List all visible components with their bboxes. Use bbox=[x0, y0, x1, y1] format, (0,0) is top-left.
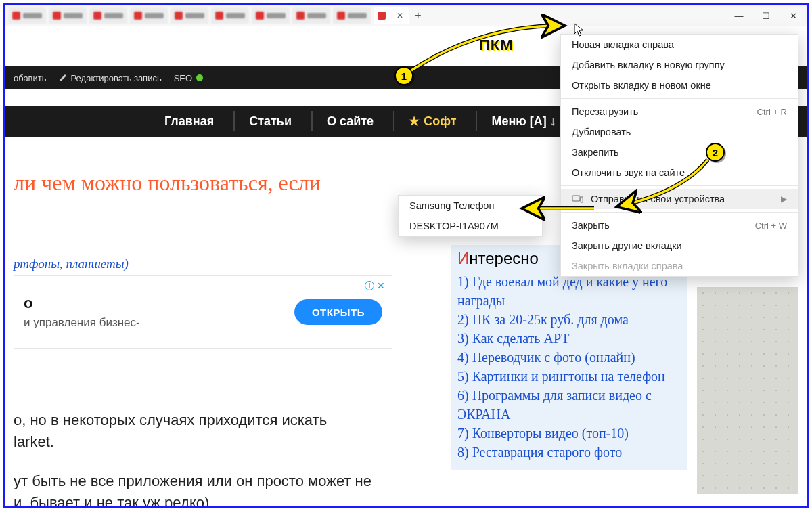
list-item[interactable]: 1) Где воевал мой дед и какие у него наг… bbox=[457, 272, 681, 310]
interesting-list: 1) Где воевал мой дед и какие у него наг… bbox=[457, 272, 681, 462]
menu-mute[interactable]: Отключить звук на сайте bbox=[561, 162, 798, 183]
tab-close-icon[interactable]: ✕ bbox=[395, 11, 405, 20]
browser-tab[interactable] bbox=[89, 7, 127, 24]
ad-subtitle: и управления бизнес- bbox=[24, 316, 140, 330]
list-item[interactable]: 4) Переводчик с фото (онлайн) bbox=[457, 348, 681, 367]
svg-rect-1 bbox=[581, 197, 583, 202]
menu-duplicate[interactable]: Дублировать bbox=[561, 122, 798, 142]
browser-tab[interactable] bbox=[211, 7, 249, 24]
menu-close-tab[interactable]: ЗакрытьCtrl + W bbox=[561, 215, 798, 236]
browser-tab[interactable] bbox=[49, 7, 87, 24]
tab-strip: ✕ + bbox=[5, 7, 725, 24]
menu-new-tab-right[interactable]: Новая вкладка справа bbox=[561, 35, 798, 55]
ad-title: о bbox=[24, 294, 140, 312]
shortcut-text: Ctrl + W bbox=[755, 221, 787, 231]
svg-rect-0 bbox=[572, 196, 580, 201]
adminbar-seo[interactable]: SEO bbox=[174, 73, 203, 83]
adminbar-add[interactable]: обавить bbox=[14, 73, 47, 83]
browser-tab[interactable] bbox=[292, 7, 330, 24]
texture-block bbox=[697, 287, 798, 494]
tab-context-menu: Новая вкладка справа Добавить вкладку в … bbox=[560, 34, 798, 277]
list-item[interactable]: 8) Реставрация старого фото bbox=[457, 443, 681, 462]
menu-close-right: Закрыть вкладки справа bbox=[561, 256, 798, 276]
shortcut-text: Ctrl + R bbox=[757, 107, 787, 117]
pencil-icon bbox=[59, 74, 67, 82]
menu-pin[interactable]: Закрепить bbox=[561, 142, 798, 162]
seo-status-icon bbox=[196, 74, 203, 81]
list-item[interactable]: 6) Программы для записи видео с ЭКРАНА bbox=[457, 386, 681, 424]
window-maximize-button[interactable]: ☐ bbox=[752, 6, 780, 25]
window-controls: — ☐ ✕ bbox=[725, 6, 807, 25]
ad-close-icon[interactable]: ✕ bbox=[377, 280, 385, 291]
list-item[interactable]: 7) Конверторы видео (топ-10) bbox=[457, 424, 681, 443]
list-item[interactable]: 5) Картинки и рингтоны на телефон bbox=[457, 367, 681, 386]
adminbar-edit[interactable]: Редактировать запись bbox=[59, 73, 162, 83]
browser-titlebar: ✕ + — ☐ ✕ bbox=[5, 5, 807, 26]
menu-reload[interactable]: ПерезагрузитьCtrl + R bbox=[561, 102, 798, 122]
ad-card[interactable]: i ✕ о и управления бизнес- ОТКРЫТЬ bbox=[14, 275, 392, 349]
menu-open-new-window[interactable]: Открыть вкладку в новом окне bbox=[561, 75, 798, 95]
browser-tab[interactable] bbox=[252, 7, 290, 24]
devices-submenu: Samsung Телефон DESKTOP-I1A907M bbox=[398, 195, 543, 237]
browser-tab-active[interactable]: ✕ bbox=[374, 7, 409, 24]
nav-soft[interactable]: ★Софт bbox=[395, 108, 470, 134]
window-close-button[interactable]: ✕ bbox=[780, 6, 807, 25]
new-tab-button[interactable]: + bbox=[411, 9, 425, 22]
browser-tab[interactable] bbox=[333, 7, 371, 24]
browser-tab[interactable] bbox=[171, 7, 208, 24]
annotation-badge-1: 1 bbox=[394, 66, 413, 85]
nav-articles[interactable]: Статьи bbox=[235, 108, 305, 134]
star-icon: ★ bbox=[409, 114, 420, 129]
ad-info-icon[interactable]: i bbox=[365, 281, 374, 290]
devices-icon bbox=[572, 194, 584, 204]
interesting-sidebar: Интересно 1) Где воевал мой дед и какие … bbox=[451, 245, 687, 470]
browser-tab[interactable] bbox=[130, 7, 168, 24]
submenu-device-phone[interactable]: Samsung Телефон bbox=[399, 196, 542, 216]
nav-about[interactable]: О сайте bbox=[313, 108, 387, 134]
nav-menu-a[interactable]: Меню [А] ↓ bbox=[478, 108, 569, 134]
list-item[interactable]: 2) ПК за 20-25к руб. для дома bbox=[457, 310, 681, 329]
window-minimize-button[interactable]: — bbox=[725, 6, 752, 25]
menu-send-to-devices[interactable]: Отправка на свои устройства ▶ bbox=[561, 189, 798, 209]
cursor-icon bbox=[574, 23, 585, 38]
menu-add-to-group[interactable]: Добавить вкладку в новую группу bbox=[561, 55, 798, 75]
annotation-pkm-label: ПКМ bbox=[479, 37, 514, 54]
list-item[interactable]: 3) Как сделать АРТ bbox=[457, 329, 681, 348]
nav-home[interactable]: Главная bbox=[151, 108, 227, 134]
menu-close-others[interactable]: Закрыть другие вкладки bbox=[561, 236, 798, 256]
submenu-arrow-icon: ▶ bbox=[781, 194, 787, 204]
submenu-device-desktop[interactable]: DESKTOP-I1A907M bbox=[399, 216, 542, 236]
annotation-badge-2: 2 bbox=[706, 143, 725, 162]
browser-tab[interactable] bbox=[8, 7, 46, 24]
ad-open-button[interactable]: ОТКРЫТЬ bbox=[294, 299, 382, 325]
